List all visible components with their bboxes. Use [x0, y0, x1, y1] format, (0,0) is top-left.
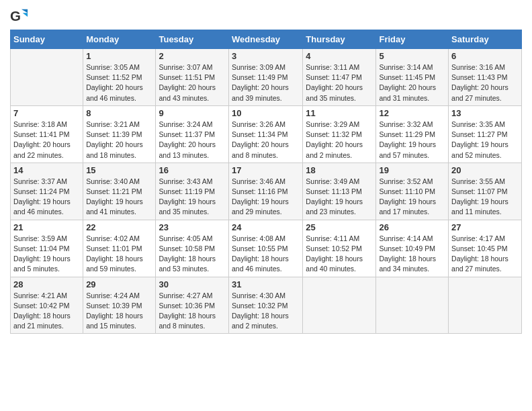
- calendar-cell: 3Sunrise: 3:09 AMSunset: 11:49 PMDayligh…: [229, 49, 303, 106]
- day-number: 13: [451, 108, 519, 118]
- calendar-cell: 5Sunrise: 3:14 AMSunset: 11:45 PMDayligh…: [376, 49, 449, 106]
- day-info: Sunrise: 3:46 AMSunset: 11:16 PMDaylight…: [232, 177, 300, 218]
- calendar-cell: 22Sunrise: 4:02 AMSunset: 11:01 PMDaylig…: [83, 220, 156, 277]
- day-number: 8: [86, 108, 152, 118]
- calendar-cell: 9Sunrise: 3:24 AMSunset: 11:37 PMDayligh…: [156, 105, 229, 163]
- day-number: 30: [159, 279, 226, 289]
- day-number: 31: [232, 279, 300, 289]
- calendar-cell: 31Sunrise: 4:30 AMSunset: 10:32 PMDaylig…: [229, 277, 303, 334]
- calendar-cell: 4Sunrise: 3:11 AMSunset: 11:47 PMDayligh…: [303, 49, 376, 106]
- day-info: Sunrise: 3:37 AMSunset: 11:24 PMDaylight…: [13, 177, 80, 218]
- day-number: 21: [13, 222, 80, 232]
- day-of-week-friday: Friday: [376, 30, 449, 49]
- day-number: 12: [379, 108, 445, 118]
- day-info: Sunrise: 3:05 AMSunset: 11:52 PMDaylight…: [86, 62, 152, 103]
- day-info: Sunrise: 4:02 AMSunset: 11:01 PMDaylight…: [86, 234, 152, 275]
- day-number: 6: [451, 51, 519, 61]
- day-number: 24: [232, 222, 300, 232]
- day-number: 2: [159, 51, 226, 61]
- calendar-cell: 21Sunrise: 3:59 AMSunset: 11:04 PMDaylig…: [11, 220, 83, 277]
- day-info: Sunrise: 3:26 AMSunset: 11:34 PMDaylight…: [232, 120, 300, 161]
- page-header: G: [10, 7, 522, 26]
- day-info: Sunrise: 3:49 AMSunset: 11:13 PMDaylight…: [306, 177, 373, 218]
- calendar-cell: 25Sunrise: 4:11 AMSunset: 10:52 PMDaylig…: [303, 220, 376, 277]
- day-of-week-tuesday: Tuesday: [156, 30, 229, 49]
- calendar-table: SundayMondayTuesdayWednesdayThursdayFrid…: [10, 30, 522, 334]
- calendar-cell: 1Sunrise: 3:05 AMSunset: 11:52 PMDayligh…: [83, 49, 156, 106]
- day-number: 16: [159, 165, 226, 175]
- calendar-header-row: SundayMondayTuesdayWednesdayThursdayFrid…: [11, 30, 522, 49]
- calendar-cell: 16Sunrise: 3:43 AMSunset: 11:19 PMDaylig…: [156, 163, 229, 220]
- calendar-cell: 13Sunrise: 3:35 AMSunset: 11:27 PMDaylig…: [449, 105, 522, 163]
- day-info: Sunrise: 3:21 AMSunset: 11:39 PMDaylight…: [86, 120, 152, 161]
- day-number: 22: [86, 222, 152, 232]
- calendar-week-row: 1Sunrise: 3:05 AMSunset: 11:52 PMDayligh…: [11, 49, 522, 106]
- day-number: 11: [306, 108, 373, 118]
- day-of-week-thursday: Thursday: [303, 30, 376, 49]
- logo: G: [10, 7, 30, 26]
- day-info: Sunrise: 3:35 AMSunset: 11:27 PMDaylight…: [451, 120, 519, 161]
- calendar-cell: 14Sunrise: 3:37 AMSunset: 11:24 PMDaylig…: [11, 163, 83, 220]
- calendar-cell: 29Sunrise: 4:24 AMSunset: 10:39 PMDaylig…: [83, 277, 156, 334]
- svg-marker-1: [21, 9, 28, 13]
- calendar-cell: 23Sunrise: 4:05 AMSunset: 10:58 PMDaylig…: [156, 220, 229, 277]
- day-number: 25: [306, 222, 373, 232]
- calendar-cell: 27Sunrise: 4:17 AMSunset: 10:45 PMDaylig…: [449, 220, 522, 277]
- day-number: 20: [451, 165, 519, 175]
- day-of-week-saturday: Saturday: [449, 30, 522, 49]
- calendar-cell: [376, 277, 449, 334]
- calendar-cell: 20Sunrise: 3:55 AMSunset: 11:07 PMDaylig…: [449, 163, 522, 220]
- day-info: Sunrise: 4:05 AMSunset: 10:58 PMDaylight…: [159, 234, 226, 275]
- day-info: Sunrise: 4:08 AMSunset: 10:55 PMDaylight…: [232, 234, 300, 275]
- day-info: Sunrise: 4:11 AMSunset: 10:52 PMDaylight…: [306, 234, 373, 275]
- day-info: Sunrise: 4:30 AMSunset: 10:32 PMDaylight…: [232, 291, 300, 332]
- calendar-week-row: 21Sunrise: 3:59 AMSunset: 11:04 PMDaylig…: [11, 220, 522, 277]
- day-number: 10: [232, 108, 300, 118]
- calendar-cell: 8Sunrise: 3:21 AMSunset: 11:39 PMDayligh…: [83, 105, 156, 163]
- day-info: Sunrise: 3:11 AMSunset: 11:47 PMDaylight…: [306, 62, 373, 103]
- calendar-cell: 26Sunrise: 4:14 AMSunset: 10:49 PMDaylig…: [376, 220, 449, 277]
- calendar-cell: 24Sunrise: 4:08 AMSunset: 10:55 PMDaylig…: [229, 220, 303, 277]
- day-info: Sunrise: 4:27 AMSunset: 10:36 PMDaylight…: [159, 291, 226, 332]
- day-info: Sunrise: 4:17 AMSunset: 10:45 PMDaylight…: [451, 234, 519, 275]
- day-of-week-monday: Monday: [83, 30, 156, 49]
- calendar-cell: 15Sunrise: 3:40 AMSunset: 11:21 PMDaylig…: [83, 163, 156, 220]
- day-number: 9: [159, 108, 226, 118]
- day-number: 7: [13, 108, 80, 118]
- svg-marker-2: [23, 13, 28, 17]
- day-number: 15: [86, 165, 152, 175]
- day-number: 29: [86, 279, 152, 289]
- day-number: 4: [306, 51, 373, 61]
- calendar-cell: 2Sunrise: 3:07 AMSunset: 11:51 PMDayligh…: [156, 49, 229, 106]
- day-info: Sunrise: 3:18 AMSunset: 11:41 PMDaylight…: [13, 120, 80, 161]
- calendar-cell: [449, 277, 522, 334]
- calendar-cell: 19Sunrise: 3:52 AMSunset: 11:10 PMDaylig…: [376, 163, 449, 220]
- day-number: 28: [13, 279, 80, 289]
- day-info: Sunrise: 3:43 AMSunset: 11:19 PMDaylight…: [159, 177, 226, 218]
- calendar-cell: [303, 277, 376, 334]
- day-of-week-wednesday: Wednesday: [229, 30, 303, 49]
- day-number: 3: [232, 51, 300, 61]
- logo-icon: G: [10, 7, 29, 26]
- calendar-week-row: 7Sunrise: 3:18 AMSunset: 11:41 PMDayligh…: [11, 105, 522, 163]
- day-number: 23: [159, 222, 226, 232]
- day-number: 18: [306, 165, 373, 175]
- day-info: Sunrise: 3:24 AMSunset: 11:37 PMDaylight…: [159, 120, 226, 161]
- day-info: Sunrise: 3:09 AMSunset: 11:49 PMDaylight…: [232, 62, 300, 103]
- day-info: Sunrise: 3:29 AMSunset: 11:32 PMDaylight…: [306, 120, 373, 161]
- day-info: Sunrise: 3:16 AMSunset: 11:43 PMDaylight…: [451, 62, 519, 103]
- calendar-cell: 17Sunrise: 3:46 AMSunset: 11:16 PMDaylig…: [229, 163, 303, 220]
- day-number: 19: [379, 165, 445, 175]
- calendar-cell: 28Sunrise: 4:21 AMSunset: 10:42 PMDaylig…: [11, 277, 83, 334]
- day-number: 26: [379, 222, 445, 232]
- day-info: Sunrise: 3:40 AMSunset: 11:21 PMDaylight…: [86, 177, 152, 218]
- calendar-week-row: 28Sunrise: 4:21 AMSunset: 10:42 PMDaylig…: [11, 277, 522, 334]
- calendar-cell: 11Sunrise: 3:29 AMSunset: 11:32 PMDaylig…: [303, 105, 376, 163]
- day-of-week-sunday: Sunday: [11, 30, 83, 49]
- calendar-cell: 10Sunrise: 3:26 AMSunset: 11:34 PMDaylig…: [229, 105, 303, 163]
- calendar-cell: 18Sunrise: 3:49 AMSunset: 11:13 PMDaylig…: [303, 163, 376, 220]
- calendar-cell: 30Sunrise: 4:27 AMSunset: 10:36 PMDaylig…: [156, 277, 229, 334]
- calendar-cell: 6Sunrise: 3:16 AMSunset: 11:43 PMDayligh…: [449, 49, 522, 106]
- day-number: 1: [86, 51, 152, 61]
- day-info: Sunrise: 4:24 AMSunset: 10:39 PMDaylight…: [86, 291, 152, 332]
